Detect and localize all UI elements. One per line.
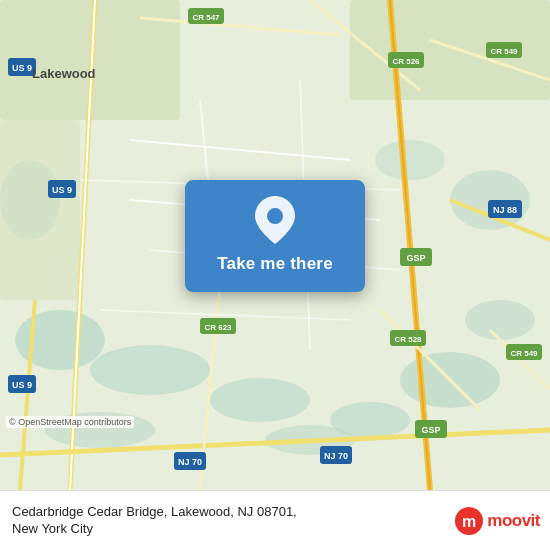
svg-point-2: [90, 345, 210, 395]
take-me-there-button[interactable]: Take me there: [217, 254, 333, 274]
moovit-brand-name: moovit: [487, 511, 540, 531]
svg-text:CR 528: CR 528: [394, 335, 422, 344]
map-pin-icon: [255, 196, 295, 244]
svg-point-3: [210, 378, 310, 422]
osm-attribution: © OpenStreetMap contributors: [6, 416, 134, 428]
svg-text:US 9: US 9: [52, 185, 72, 195]
svg-text:CR 623: CR 623: [204, 323, 232, 332]
svg-text:NJ 88: NJ 88: [493, 205, 517, 215]
svg-point-8: [375, 140, 445, 180]
svg-text:NJ 70: NJ 70: [324, 451, 348, 461]
svg-point-64: [267, 208, 283, 224]
svg-rect-14: [0, 120, 80, 300]
svg-text:US 9: US 9: [12, 63, 32, 73]
location-name: Cedarbridge Cedar Bridge, Lakewood, NJ 0…: [12, 504, 447, 538]
svg-text:CR 547: CR 547: [192, 13, 220, 22]
svg-text:NJ 70: NJ 70: [178, 457, 202, 467]
svg-text:US 9: US 9: [12, 380, 32, 390]
svg-text:m: m: [462, 513, 476, 530]
svg-text:CR 549: CR 549: [490, 47, 518, 56]
moovit-logo: m moovit: [455, 507, 540, 535]
svg-text:CR 549: CR 549: [510, 349, 538, 358]
location-info: Cedarbridge Cedar Bridge, Lakewood, NJ 0…: [12, 504, 447, 538]
svg-point-6: [465, 300, 535, 340]
moovit-brand-icon: m: [455, 507, 483, 535]
svg-text:CR 526: CR 526: [392, 57, 420, 66]
svg-text:Lakewood: Lakewood: [32, 66, 96, 81]
map-container: US 9 US 9 US 9 NJ 88 CR 547 CR 526 CR 54…: [0, 0, 550, 490]
cta-card: Take me there: [185, 180, 365, 292]
bottom-bar: Cedarbridge Cedar Bridge, Lakewood, NJ 0…: [0, 490, 550, 550]
svg-text:GSP: GSP: [406, 253, 425, 263]
svg-text:GSP: GSP: [421, 425, 440, 435]
